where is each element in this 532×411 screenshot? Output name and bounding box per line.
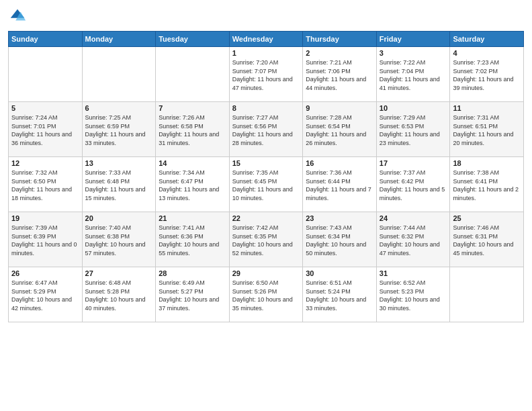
day-number: 3 <box>380 49 447 57</box>
calendar-table: SundayMondayTuesdayWednesdayThursdayFrid… <box>8 31 524 322</box>
day-info: Sunrise: 7:42 AM Sunset: 6:35 PM Dayligh… <box>232 224 300 257</box>
day-number: 31 <box>380 269 447 277</box>
day-number: 23 <box>306 214 373 222</box>
day-number: 6 <box>85 104 153 112</box>
day-info: Sunrise: 7:41 AM Sunset: 6:36 PM Dayligh… <box>159 224 226 257</box>
day-number: 22 <box>232 214 300 222</box>
day-info: Sunrise: 6:48 AM Sunset: 5:28 PM Dayligh… <box>85 279 153 312</box>
calendar-cell: 10Sunrise: 7:29 AM Sunset: 6:53 PM Dayli… <box>376 102 450 157</box>
day-info: Sunrise: 7:44 AM Sunset: 6:32 PM Dayligh… <box>380 224 447 257</box>
calendar-cell: 25Sunrise: 7:46 AM Sunset: 6:31 PM Dayli… <box>450 212 524 267</box>
col-header-tuesday: Tuesday <box>156 32 230 47</box>
day-number: 19 <box>11 214 79 222</box>
calendar-cell: 8Sunrise: 7:27 AM Sunset: 6:56 PM Daylig… <box>229 102 303 157</box>
day-number: 30 <box>306 269 373 277</box>
calendar-cell: 24Sunrise: 7:44 AM Sunset: 6:32 PM Dayli… <box>376 212 450 267</box>
calendar-cell: 1Sunrise: 7:20 AM Sunset: 7:07 PM Daylig… <box>229 47 303 102</box>
day-info: Sunrise: 7:21 AM Sunset: 7:06 PM Dayligh… <box>306 58 373 92</box>
calendar-cell: 16Sunrise: 7:36 AM Sunset: 6:44 PM Dayli… <box>303 157 377 212</box>
calendar-cell: 17Sunrise: 7:37 AM Sunset: 6:42 PM Dayli… <box>376 157 450 212</box>
col-header-friday: Friday <box>376 32 450 47</box>
header-row: SundayMondayTuesdayWednesdayThursdayFrid… <box>9 32 524 47</box>
day-info: Sunrise: 6:52 AM Sunset: 5:23 PM Dayligh… <box>380 279 447 312</box>
calendar-cell: 9Sunrise: 7:28 AM Sunset: 6:54 PM Daylig… <box>303 102 377 157</box>
calendar-cell: 11Sunrise: 7:31 AM Sunset: 6:51 PM Dayli… <box>450 102 524 157</box>
calendar-cell: 15Sunrise: 7:35 AM Sunset: 6:45 PM Dayli… <box>229 157 303 212</box>
day-info: Sunrise: 7:43 AM Sunset: 6:34 PM Dayligh… <box>306 224 373 257</box>
col-header-saturday: Saturday <box>450 32 524 47</box>
calendar-cell: 5Sunrise: 7:24 AM Sunset: 7:01 PM Daylig… <box>9 102 83 157</box>
day-number: 25 <box>453 214 521 222</box>
day-info: Sunrise: 7:40 AM Sunset: 6:38 PM Dayligh… <box>85 224 153 257</box>
calendar-cell: 6Sunrise: 7:25 AM Sunset: 6:59 PM Daylig… <box>82 102 156 157</box>
day-number: 28 <box>159 269 226 277</box>
day-info: Sunrise: 7:24 AM Sunset: 7:01 PM Dayligh… <box>11 113 79 147</box>
day-info: Sunrise: 7:33 AM Sunset: 6:48 PM Dayligh… <box>85 169 153 202</box>
day-number: 15 <box>232 159 300 167</box>
calendar-cell: 31Sunrise: 6:52 AM Sunset: 5:23 PM Dayli… <box>376 267 450 322</box>
day-number: 18 <box>453 159 521 167</box>
calendar-cell: 27Sunrise: 6:48 AM Sunset: 5:28 PM Dayli… <box>82 267 156 322</box>
day-info: Sunrise: 7:25 AM Sunset: 6:59 PM Dayligh… <box>85 113 153 147</box>
calendar-cell <box>156 47 230 102</box>
day-info: Sunrise: 7:32 AM Sunset: 6:50 PM Dayligh… <box>11 169 79 202</box>
day-number: 27 <box>85 269 153 277</box>
day-info: Sunrise: 7:37 AM Sunset: 6:42 PM Dayligh… <box>380 169 447 202</box>
day-number: 11 <box>453 104 521 112</box>
day-info: Sunrise: 7:20 AM Sunset: 7:07 PM Dayligh… <box>232 58 300 92</box>
day-number: 29 <box>232 269 300 277</box>
day-info: Sunrise: 7:31 AM Sunset: 6:51 PM Dayligh… <box>453 113 521 147</box>
day-number: 12 <box>11 159 79 167</box>
calendar-cell: 29Sunrise: 6:50 AM Sunset: 5:26 PM Dayli… <box>229 267 303 322</box>
day-number: 2 <box>306 49 373 57</box>
day-number: 10 <box>380 104 447 112</box>
header <box>8 7 524 26</box>
calendar-cell: 30Sunrise: 6:51 AM Sunset: 5:24 PM Dayli… <box>303 267 377 322</box>
day-number: 26 <box>11 269 79 277</box>
day-number: 13 <box>85 159 153 167</box>
day-info: Sunrise: 7:36 AM Sunset: 6:44 PM Dayligh… <box>306 169 373 202</box>
day-number: 4 <box>453 49 521 57</box>
calendar-cell: 28Sunrise: 6:49 AM Sunset: 5:27 PM Dayli… <box>156 267 230 322</box>
day-number: 20 <box>85 214 153 222</box>
day-info: Sunrise: 7:46 AM Sunset: 6:31 PM Dayligh… <box>453 224 521 257</box>
calendar-cell: 22Sunrise: 7:42 AM Sunset: 6:35 PM Dayli… <box>229 212 303 267</box>
day-info: Sunrise: 6:50 AM Sunset: 5:26 PM Dayligh… <box>232 279 300 312</box>
day-number: 16 <box>306 159 373 167</box>
calendar-cell <box>450 267 524 322</box>
day-number: 8 <box>232 104 300 112</box>
calendar-cell: 18Sunrise: 7:38 AM Sunset: 6:41 PM Dayli… <box>450 157 524 212</box>
logo-icon <box>8 7 27 26</box>
day-info: Sunrise: 7:39 AM Sunset: 6:39 PM Dayligh… <box>11 224 79 257</box>
day-info: Sunrise: 6:47 AM Sunset: 5:29 PM Dayligh… <box>11 279 79 312</box>
calendar-cell: 2Sunrise: 7:21 AM Sunset: 7:06 PM Daylig… <box>303 47 377 102</box>
calendar-container: SundayMondayTuesdayWednesdayThursdayFrid… <box>0 0 532 411</box>
day-number: 1 <box>232 49 300 57</box>
calendar-cell: 23Sunrise: 7:43 AM Sunset: 6:34 PM Dayli… <box>303 212 377 267</box>
calendar-cell: 19Sunrise: 7:39 AM Sunset: 6:39 PM Dayli… <box>9 212 83 267</box>
calendar-cell: 3Sunrise: 7:22 AM Sunset: 7:04 PM Daylig… <box>376 47 450 102</box>
day-number: 17 <box>380 159 447 167</box>
day-info: Sunrise: 7:26 AM Sunset: 6:58 PM Dayligh… <box>159 113 226 147</box>
col-header-monday: Monday <box>82 32 156 47</box>
day-number: 5 <box>11 104 79 112</box>
col-header-thursday: Thursday <box>303 32 377 47</box>
day-info: Sunrise: 7:29 AM Sunset: 6:53 PM Dayligh… <box>380 113 447 147</box>
day-number: 14 <box>159 159 226 167</box>
day-info: Sunrise: 7:22 AM Sunset: 7:04 PM Dayligh… <box>380 58 447 92</box>
col-header-wednesday: Wednesday <box>229 32 303 47</box>
calendar-cell: 12Sunrise: 7:32 AM Sunset: 6:50 PM Dayli… <box>9 157 83 212</box>
day-info: Sunrise: 7:23 AM Sunset: 7:02 PM Dayligh… <box>453 58 521 92</box>
week-row-5: 26Sunrise: 6:47 AM Sunset: 5:29 PM Dayli… <box>9 267 524 322</box>
day-number: 7 <box>159 104 226 112</box>
day-info: Sunrise: 7:38 AM Sunset: 6:41 PM Dayligh… <box>453 169 521 202</box>
calendar-cell <box>9 47 83 102</box>
week-row-1: 1Sunrise: 7:20 AM Sunset: 7:07 PM Daylig… <box>9 47 524 102</box>
calendar-cell: 20Sunrise: 7:40 AM Sunset: 6:38 PM Dayli… <box>82 212 156 267</box>
day-info: Sunrise: 7:28 AM Sunset: 6:54 PM Dayligh… <box>306 113 373 147</box>
calendar-cell <box>82 47 156 102</box>
col-header-sunday: Sunday <box>9 32 83 47</box>
calendar-cell: 7Sunrise: 7:26 AM Sunset: 6:58 PM Daylig… <box>156 102 230 157</box>
calendar-cell: 13Sunrise: 7:33 AM Sunset: 6:48 PM Dayli… <box>82 157 156 212</box>
day-number: 24 <box>380 214 447 222</box>
